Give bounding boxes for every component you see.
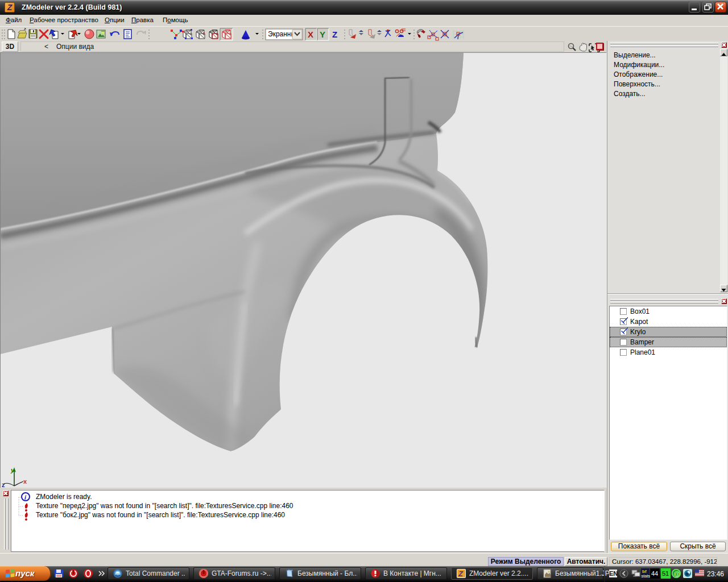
svg-text:Y: Y xyxy=(320,30,325,39)
svg-text:X: X xyxy=(308,30,313,39)
svg-text:Z: Z xyxy=(332,30,337,39)
svg-text:y: y xyxy=(10,467,15,473)
svg-text:Texture "перед2.jpg" was not f: Texture "перед2.jpg" was not found in "[… xyxy=(36,502,293,510)
svg-text:Z: Z xyxy=(458,569,464,578)
svg-text:ZModeler is ready.: ZModeler is ready. xyxy=(36,493,92,501)
svg-text:44: 44 xyxy=(651,570,658,577)
svg-text:x: x xyxy=(23,478,27,485)
svg-text:Texture "бок2.jpg" was not fou: Texture "бок2.jpg" was not found in "[se… xyxy=(36,511,285,519)
svg-text:Экранны: Экранны xyxy=(268,30,296,38)
svg-text:@: @ xyxy=(674,570,680,577)
svg-text:51: 51 xyxy=(662,570,669,577)
svg-text:stats: stats xyxy=(642,573,651,579)
